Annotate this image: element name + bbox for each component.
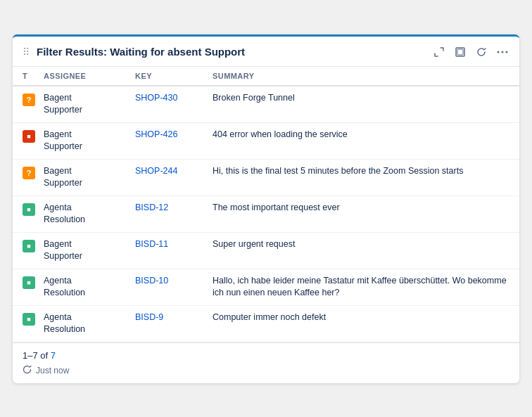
assignee-name: AgentaResolution <box>44 275 135 300</box>
type-icon-story: ■ <box>23 240 35 252</box>
type-icon-story: ■ <box>23 313 35 326</box>
issue-key[interactable]: BISD-11 <box>135 238 213 251</box>
summary-text: 404 error when loading the service <box>213 129 509 141</box>
header-icons <box>432 45 509 59</box>
refresh-icon[interactable] <box>474 45 488 59</box>
fullscreen-icon[interactable] <box>453 45 467 59</box>
summary-text: The most important request ever <box>213 202 509 214</box>
assignee-name: AgentaResolution <box>44 202 135 226</box>
card-title: Filter Results: Waiting for absent Suppo… <box>37 46 432 58</box>
drag-handle[interactable]: ⠿ <box>23 46 30 58</box>
summary-text: Computer immer noch defekt <box>213 312 509 324</box>
assignee-name: BagentSupporter <box>44 92 135 117</box>
assignee-name: BagentSupporter <box>44 165 135 190</box>
summary-text: Broken Forge Tunnel <box>213 92 509 105</box>
summary-text: Hallo, ich habe leider meine Tastatur mi… <box>213 275 509 300</box>
type-icon-question: ? <box>23 167 35 179</box>
table-row: ■ BagentSupporter BISD-11 Super urgent r… <box>13 233 519 269</box>
type-icon-question: ? <box>23 94 35 106</box>
pagination-of-label: of <box>40 350 50 361</box>
issue-key[interactable]: SHOP-426 <box>135 129 213 141</box>
table-header-row: T Assignee Key Summary <box>13 67 519 86</box>
summary-text: Hi, this is the final test 5 minutes bef… <box>213 165 509 178</box>
table-row: ■ AgentaResolution BISD-9 Computer immer… <box>13 306 519 342</box>
collapse-icon[interactable] <box>432 45 446 59</box>
last-refresh-label: Just now <box>36 366 69 376</box>
svg-point-2 <box>498 51 500 53</box>
type-icon-bug: ■ <box>23 130 35 143</box>
svg-point-3 <box>502 51 504 53</box>
pagination-total-link[interactable]: 7 <box>51 350 56 361</box>
issue-key[interactable]: BISD-9 <box>135 312 213 324</box>
assignee-name: BagentSupporter <box>44 129 135 153</box>
col-header-type: T <box>23 72 44 80</box>
type-icon-story: ■ <box>23 276 35 289</box>
assignee-name: AgentaResolution <box>44 312 135 336</box>
col-header-key: Key <box>135 72 213 80</box>
type-icon-story: ■ <box>23 203 35 216</box>
pagination-range: 1–7 <box>23 350 38 361</box>
issue-key[interactable]: BISD-12 <box>135 202 213 214</box>
table-row: ? BagentSupporter SHOP-244 Hi, this is t… <box>13 160 519 196</box>
col-header-summary: Summary <box>213 72 509 80</box>
issue-key[interactable]: SHOP-244 <box>135 165 213 178</box>
card-header: ⠿ Filter Results: Waiting for absent Sup… <box>13 37 519 67</box>
svg-point-4 <box>506 51 508 53</box>
table-row: ■ AgentaResolution BISD-10 Hallo, ich ha… <box>13 269 519 306</box>
issue-key[interactable]: BISD-10 <box>135 275 213 288</box>
issues-table: T Assignee Key Summary ? BagentSupporter… <box>13 67 519 342</box>
table-row: ? BagentSupporter SHOP-430 Broken Forge … <box>13 86 519 123</box>
card-footer: 1–7 of 7 Just now <box>13 342 519 383</box>
col-header-assignee: Assignee <box>44 72 135 80</box>
table-row: ■ BagentSupporter SHOP-426 404 error whe… <box>13 123 519 160</box>
pagination: 1–7 of 7 <box>23 350 509 361</box>
table-row: ■ AgentaResolution BISD-12 The most impo… <box>13 196 519 233</box>
refresh-status-row: Just now <box>23 365 509 376</box>
filter-results-card: ⠿ Filter Results: Waiting for absent Sup… <box>13 34 519 383</box>
assignee-name: BagentSupporter <box>44 238 135 263</box>
summary-text: Super urgent request <box>213 238 509 251</box>
refresh-status-icon <box>23 365 32 376</box>
more-menu-icon[interactable] <box>495 45 509 59</box>
svg-rect-1 <box>457 49 463 55</box>
issue-key[interactable]: SHOP-430 <box>135 92 213 105</box>
